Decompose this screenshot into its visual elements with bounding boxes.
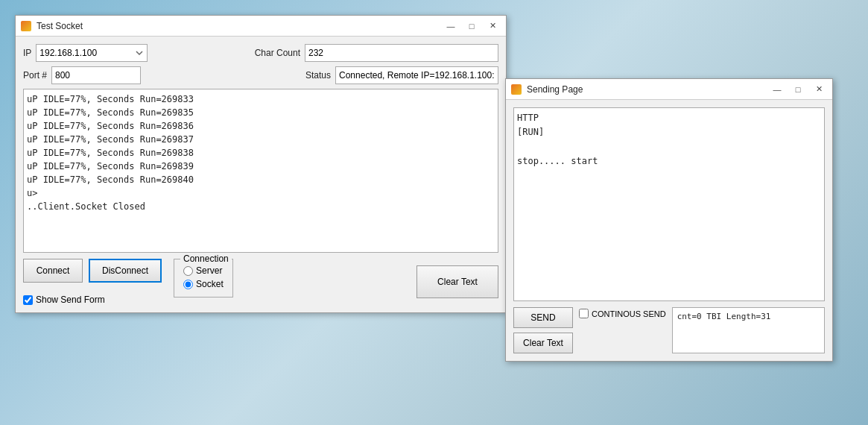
connect-buttons: Connect DisConnect xyxy=(23,259,162,283)
disconnect-button[interactable]: DisConnect xyxy=(89,259,162,283)
send-window: Sending Page — □ ✕ SEND Clear Text CONTI… xyxy=(505,78,833,362)
show-send-form-checkbox[interactable] xyxy=(23,295,33,305)
continous-send-row: CONTINOUS SEND xyxy=(579,309,666,318)
bottom-row: Connect DisConnect Show Send Form Connec… xyxy=(23,259,498,305)
send-controls-left: SEND Clear Text xyxy=(513,307,573,353)
send-close-button[interactable]: ✕ xyxy=(810,82,828,97)
main-close-button[interactable]: ✕ xyxy=(484,19,501,34)
send-window-controls: — □ ✕ xyxy=(768,82,828,97)
main-minimize-button[interactable]: — xyxy=(442,19,460,34)
ip-row: IP 192.168.1.100 Char Count xyxy=(23,44,498,62)
main-window: Test Socket — □ ✕ IP 192.168.1.100 Char … xyxy=(15,15,507,313)
clear-text-button[interactable]: Clear Text xyxy=(416,265,498,298)
send-window-titlebar: Sending Page — □ ✕ xyxy=(506,79,832,100)
socket-radio-row: Socket xyxy=(183,279,224,289)
send-clear-text-button[interactable]: Clear Text xyxy=(513,333,573,353)
continous-send-label: CONTINOUS SEND xyxy=(592,309,666,318)
port-row: Port # Status xyxy=(23,66,498,84)
show-send-form-label: Show Send Form xyxy=(36,295,105,305)
status-label: Status xyxy=(305,70,331,81)
send-textarea[interactable] xyxy=(513,107,825,301)
server-label: Server xyxy=(196,265,222,276)
left-controls: Connect DisConnect Show Send Form xyxy=(23,259,162,305)
main-window-titlebar: Test Socket — □ ✕ xyxy=(16,16,506,37)
main-window-icon xyxy=(20,20,32,32)
server-radio-row: Server xyxy=(183,265,224,276)
send-window-icon xyxy=(510,84,522,95)
status-input[interactable] xyxy=(335,66,498,84)
port-input[interactable] xyxy=(51,66,141,84)
main-window-controls: — □ ✕ xyxy=(442,19,501,34)
char-count-label: Char Count xyxy=(255,48,300,58)
port-label: Port # xyxy=(23,70,47,81)
send-button[interactable]: SEND xyxy=(513,307,573,328)
server-radio[interactable] xyxy=(183,266,193,276)
send-window-body: SEND Clear Text CONTINOUS SEND cnt=0 TBI… xyxy=(506,100,832,361)
show-send-form-row: Show Send Form xyxy=(23,295,162,305)
main-maximize-button[interactable]: □ xyxy=(463,19,481,34)
main-window-body: IP 192.168.1.100 Char Count Port # Statu… xyxy=(16,37,506,312)
send-maximize-button[interactable]: □ xyxy=(789,82,807,97)
ip-label: IP xyxy=(23,48,31,58)
log-textarea[interactable] xyxy=(23,89,498,253)
connection-title: Connection xyxy=(180,254,232,264)
ip-dropdown[interactable]: 192.168.1.100 xyxy=(36,44,148,62)
send-minimize-button[interactable]: — xyxy=(768,82,786,97)
socket-radio[interactable] xyxy=(183,280,193,289)
connect-button[interactable]: Connect xyxy=(23,259,83,283)
send-info: cnt=0 TBI Length=31 xyxy=(672,307,825,353)
char-count-input[interactable] xyxy=(305,44,498,62)
socket-label: Socket xyxy=(196,279,224,289)
send-window-title: Sending Page xyxy=(527,84,768,95)
send-bottom: SEND Clear Text CONTINOUS SEND cnt=0 TBI… xyxy=(513,307,825,353)
connection-group: Connection Server Socket xyxy=(174,259,233,298)
main-window-title: Test Socket xyxy=(37,21,442,31)
continous-send-checkbox[interactable] xyxy=(579,309,589,318)
continous-send-area: CONTINOUS SEND xyxy=(579,307,666,318)
